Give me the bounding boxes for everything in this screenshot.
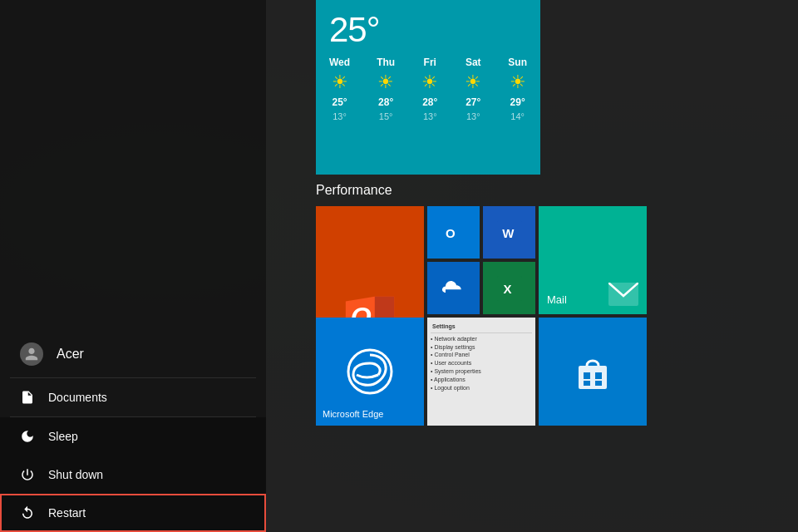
onedrive-icon [441,280,466,297]
sleep-label: Sleep [48,430,78,443]
sun-icon-sun: ☀ [510,71,526,93]
edge-tile[interactable]: Microsoft Edge [316,318,424,426]
svg-text:W: W [502,226,515,240]
doc-preview: Settings • Network adapter • Display set… [431,321,532,392]
svg-text:O: O [446,226,456,240]
outlook-icon: O [441,220,466,245]
word-tile[interactable]: W [483,206,535,259]
mail-label: Mail [547,293,567,306]
outlook-tile[interactable]: O [427,206,480,259]
weather-tile[interactable]: 25° Wed ☀ 25° 13° Thu ☀ 28° 15° Fri ☀ [316,0,540,175]
edge-label: Microsoft Edge [323,409,383,419]
weather-day-wed: Wed ☀ 25° 13° [329,57,350,121]
shutdown-icon [20,467,35,482]
temp-low-sat: 13° [466,111,480,121]
small-tiles-top: O W X [427,206,535,314]
right-panel: 25° Wed ☀ 25° 13° Thu ☀ 28° 15° Fri ☀ [266,0,798,532]
svg-rect-16 [595,372,602,379]
edge-icon [345,347,395,397]
store-icon [572,351,613,392]
sleep-icon [20,429,35,444]
performance-title: Performance [316,183,781,198]
restart-item[interactable]: Restart [0,494,266,532]
svg-rect-17 [584,381,590,386]
sun-icon-thu: ☀ [377,71,394,93]
mail-tile[interactable]: Mail [539,206,647,314]
sun-icon-wed: ☀ [332,71,348,93]
power-menu: Sleep Shut down Restart [0,417,266,532]
svg-rect-14 [579,366,607,389]
temp-high-sun: 29° [510,96,525,108]
temp-low-thu: 15° [379,111,393,121]
day-name-thu: Thu [377,57,395,68]
temp-high-wed: 25° [332,96,347,108]
weather-day-thu: Thu ☀ 28° 15° [377,57,395,121]
user-section[interactable]: Acer [0,331,266,377]
svg-rect-15 [584,372,590,379]
temp-low-wed: 13° [332,111,347,121]
sun-icon-sat: ☀ [465,71,481,93]
restart-icon [20,505,35,520]
restart-label: Restart [48,506,86,520]
svg-rect-18 [595,381,602,386]
excel-icon: X [497,276,522,301]
temp-high-sat: 27° [466,96,480,108]
weather-day-sat: Sat ☀ 27° 13° [465,57,481,121]
mail-icon [608,283,638,306]
avatar [20,342,43,366]
sleep-item[interactable]: Sleep [0,417,266,456]
documents-label: Documents [48,391,107,404]
day-name-fri: Fri [424,57,436,68]
onedrive-tile[interactable] [427,262,480,314]
temp-high-thu: 28° [378,96,393,108]
temp-low-fri: 13° [423,111,437,121]
weather-temp-main: 25° [329,10,527,50]
start-menu: Acer Documents Sleep Shut down [0,0,798,532]
temp-high-fri: 28° [422,96,437,108]
day-name-wed: Wed [329,57,350,68]
tiles-grid: O Office O W [316,206,781,426]
svg-text:X: X [503,282,511,296]
store-tile[interactable] [539,318,647,426]
shutdown-label: Shut down [48,468,103,481]
user-name: Acer [57,347,84,362]
weather-day-fri: Fri ☀ 28° 13° [421,57,438,121]
temp-low-sun: 14° [510,111,525,121]
day-name-sun: Sun [508,57,527,68]
excel-tile[interactable]: X [483,262,535,314]
document-tile[interactable]: Settings • Network adapter • Display set… [427,318,535,426]
documents-icon [20,390,35,405]
word-icon: W [497,220,522,245]
sun-icon-fri: ☀ [421,71,438,93]
weather-day-sun: Sun ☀ 29° 14° [508,57,527,121]
shutdown-item[interactable]: Shut down [0,456,266,494]
documents-item[interactable]: Documents [0,378,266,416]
weather-days: Wed ☀ 25° 13° Thu ☀ 28° 15° Fri ☀ 28° 13… [329,57,527,121]
performance-section: Performance O Office O [316,183,781,426]
day-name-sat: Sat [466,57,481,68]
left-panel: Acer Documents Sleep Shut down [0,0,266,532]
